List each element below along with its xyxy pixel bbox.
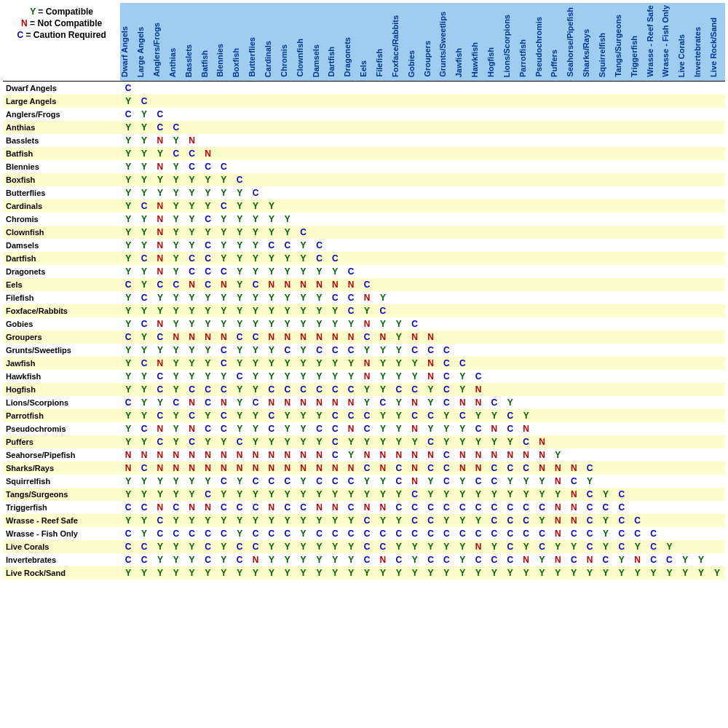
compat-cell: C [391, 462, 407, 475]
compat-value: Y [316, 489, 322, 499]
compat-cell [215, 121, 232, 134]
compat-value: C [348, 476, 355, 486]
compat-value: Y [603, 489, 609, 499]
table-row: ClownfishYYNYYYYYYYYC [3, 226, 725, 239]
compat-cell: Y [184, 173, 200, 186]
compat-cell [693, 226, 709, 239]
compat-cell: Y [120, 488, 136, 501]
compat-cell: Y [518, 540, 534, 553]
compat-cell [566, 357, 582, 370]
compat-cell: C [136, 317, 152, 331]
compat-cell: N [534, 448, 550, 462]
compat-cell: C [423, 435, 439, 448]
compat-cell [502, 226, 518, 239]
compat-cell: Y [566, 566, 582, 579]
compat-value: C [284, 345, 290, 355]
compat-cell [630, 81, 646, 95]
compat-cell [152, 81, 168, 95]
compat-cell [502, 331, 518, 344]
compat-value: C [173, 280, 179, 290]
compat-value: C [507, 424, 513, 434]
compat-cell: Y [359, 396, 375, 409]
compat-value: C [332, 476, 339, 486]
compat-cell: Y [248, 409, 264, 422]
compat-value: Y [237, 568, 242, 578]
compat-value: Y [603, 515, 609, 526]
compat-cell [709, 462, 725, 475]
compat-cell [470, 278, 486, 291]
compat-cell [709, 134, 725, 147]
legend-y: Compatible [46, 7, 93, 17]
col-header-label: Live Rock/Sand [709, 15, 718, 79]
compat-value: C [507, 542, 513, 552]
compat-cell: Y [296, 239, 312, 252]
compat-cell: N [152, 501, 168, 514]
compat-value: Y [380, 568, 386, 578]
compat-value: C [348, 529, 355, 539]
compat-cell [646, 239, 662, 252]
compat-cell [598, 357, 614, 370]
compat-cell: Y [248, 213, 264, 226]
compat-value: Y [364, 306, 370, 316]
compat-value: C [316, 253, 323, 264]
compat-value: N [332, 463, 339, 473]
compat-cell [470, 95, 486, 108]
compat-value: C [125, 280, 132, 290]
compat-cell: Y [215, 540, 232, 553]
compat-value: Y [141, 371, 147, 381]
compat-cell: Y [264, 226, 280, 239]
compat-cell [359, 239, 375, 252]
compat-cell: Y [391, 514, 407, 527]
compat-cell [264, 121, 280, 134]
compat-cell [470, 265, 486, 278]
compat-cell [470, 252, 486, 265]
compat-cell: C [646, 527, 662, 540]
compat-value: Y [237, 411, 242, 421]
compat-cell [646, 488, 662, 501]
compat-value: C [475, 371, 482, 381]
compat-value: Y [125, 358, 131, 368]
compat-value: Y [301, 240, 306, 250]
row-header: Hawkfish [3, 370, 120, 383]
compat-cell: Y [200, 186, 216, 199]
compat-cell [454, 199, 470, 213]
compat-cell: Y [280, 370, 296, 383]
compat-cell [646, 134, 662, 147]
compat-cell: Y [184, 566, 200, 579]
compat-cell: C [470, 501, 486, 514]
compat-cell [327, 108, 343, 121]
compat-cell: N [248, 448, 264, 462]
table-row: TriggerfishCCNCNNCCCNCCNNCNNCCCCCCCCCCNN… [3, 501, 725, 514]
compat-cell [391, 265, 407, 278]
compat-value: C [125, 502, 132, 513]
compat-cell [661, 121, 677, 134]
compat-value: C [253, 542, 259, 552]
compat-value: C [125, 332, 132, 342]
compat-value: Y [269, 371, 274, 381]
compat-cell [200, 95, 216, 108]
compat-cell: C [120, 108, 136, 121]
compat-value: C [189, 149, 195, 159]
compat-value: Y [396, 424, 402, 434]
compat-value: C [157, 384, 164, 395]
col-header-label: Wrasse - Fish Only [661, 3, 670, 79]
compat-value: Y [587, 476, 593, 486]
compat-value: Y [427, 397, 433, 408]
compat-value: C [411, 502, 418, 513]
compat-cell [630, 344, 646, 357]
compat-cell: N [327, 278, 343, 291]
compat-cell [598, 226, 614, 239]
compat-value: Y [173, 476, 179, 486]
compat-cell [534, 147, 550, 160]
compat-cell: C [614, 527, 630, 540]
compat-cell: N [280, 396, 296, 409]
compat-cell: N [200, 462, 216, 475]
compat-cell [407, 213, 423, 226]
col-header-label: Cardinals [264, 39, 272, 79]
compat-value: C [173, 529, 179, 539]
compat-cell [454, 317, 470, 331]
compat-value: C [141, 293, 148, 303]
compat-value: Y [539, 555, 545, 565]
compat-cell [598, 475, 614, 488]
compat-cell [630, 396, 646, 409]
